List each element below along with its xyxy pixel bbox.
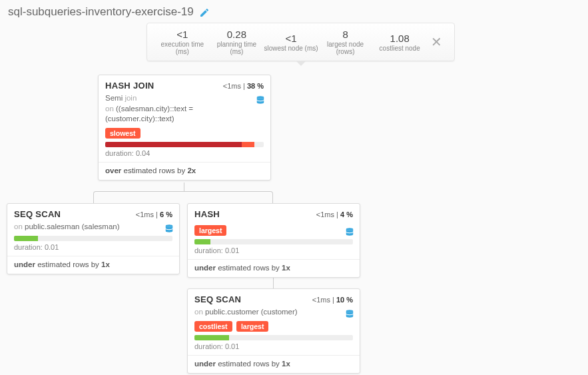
estimation-line: under estimated rows by 1x	[194, 264, 353, 272]
node-time: <1ms	[223, 82, 241, 90]
node-pct: 6 %	[160, 210, 172, 218]
node-tags: costliest largest	[194, 321, 353, 332]
node-hash-join[interactable]: HASH JOIN <1ms | 38 % Semi join on ((sal…	[98, 75, 271, 181]
stat-label: planning time (ms)	[210, 41, 264, 55]
duration-bar	[14, 236, 172, 241]
node-title: SEQ SCAN	[194, 294, 312, 304]
stat-value: 0.28	[210, 29, 264, 40]
node-pct: 38 %	[247, 82, 264, 90]
database-icon[interactable]	[345, 226, 354, 237]
database-icon[interactable]	[256, 95, 265, 105]
node-time: <1ms	[136, 210, 154, 218]
node-hash[interactable]: HASH <1ms | 4 % largest duration: 0.01 u…	[187, 203, 360, 278]
svg-point-1	[166, 224, 173, 227]
close-icon[interactable]: ✕	[427, 34, 446, 50]
stat-label: slowest node (ms)	[264, 45, 318, 52]
svg-point-2	[346, 228, 354, 230]
stat-value: <1	[264, 33, 318, 44]
bar-extra	[242, 142, 254, 147]
stat-slowest-node: <1 slowest node (ms)	[264, 33, 318, 52]
divider	[188, 355, 360, 356]
duration-bar	[194, 239, 353, 244]
edit-icon[interactable]	[199, 6, 210, 18]
tag-largest: largest	[194, 225, 226, 236]
page-header: sql-subqueries-inventory-exercise-19	[0, 0, 588, 21]
node-seq-scan-salesman[interactable]: SEQ SCAN <1ms | 6 % on public.salesman (…	[7, 203, 180, 274]
node-time: <1ms	[312, 296, 330, 304]
stat-label: costliest node	[372, 45, 427, 52]
divider	[188, 259, 360, 260]
duration-text: duration: 0.04	[105, 149, 264, 157]
stat-value: 8	[318, 29, 373, 40]
tag-costliest: costliest	[194, 321, 232, 332]
node-meta: <1ms | 6 %	[136, 210, 172, 218]
duration-text: duration: 0.01	[14, 243, 172, 251]
bar-fill	[14, 236, 38, 241]
estimation-line: over estimated rows by 2x	[105, 167, 264, 175]
stat-value: 1.08	[372, 33, 427, 44]
stat-costliest-node: 1.08 costliest node	[372, 33, 427, 52]
stat-label: execution time (ms)	[155, 41, 210, 55]
tag-slowest: slowest	[105, 128, 141, 139]
node-title: HASH	[194, 209, 316, 219]
database-icon[interactable]	[345, 308, 354, 319]
database-icon[interactable]	[164, 223, 174, 234]
divider	[7, 256, 179, 256]
node-meta: <1ms | 38 %	[223, 82, 264, 90]
stat-largest-node: 8 largest node (rows)	[318, 29, 373, 55]
bar-fill	[194, 239, 210, 244]
stat-execution-time: <1 execution time (ms)	[155, 29, 210, 55]
node-pct: 4 %	[340, 210, 353, 218]
divider	[99, 162, 270, 163]
stat-planning-time: 0.28 planning time (ms)	[210, 29, 264, 55]
bar-fill	[194, 335, 229, 340]
node-condition: on ((salesman.city)::text = (customer.ci…	[105, 104, 264, 125]
duration-text: duration: 0.01	[194, 342, 353, 350]
node-on: on public.salesman (salesman)	[14, 222, 172, 232]
connector	[93, 191, 273, 203]
node-tags: slowest	[105, 128, 264, 139]
node-meta: <1ms | 4 %	[316, 210, 353, 218]
node-on: on public.customer (customer)	[194, 307, 353, 318]
duration-bar	[105, 142, 264, 147]
node-meta: <1ms | 10 %	[312, 296, 353, 304]
tag-largest: largest	[236, 321, 268, 332]
connector	[184, 183, 184, 192]
plan-tree: HASH JOIN <1ms | 38 % Semi join on ((sal…	[0, 68, 588, 375]
bar-fill	[105, 142, 242, 147]
node-title: HASH JOIN	[105, 81, 223, 91]
node-title: SEQ SCAN	[14, 209, 136, 219]
node-seq-scan-customer[interactable]: SEQ SCAN <1ms | 10 % on public.customer …	[187, 288, 360, 374]
page-title: sql-subqueries-inventory-exercise-19	[8, 5, 194, 19]
svg-point-3	[346, 310, 354, 312]
stats-bar: <1 execution time (ms) 0.28 planning tim…	[147, 23, 455, 61]
estimation-line: under estimated rows by 1x	[14, 260, 172, 268]
estimation-line: under estimated rows by 1x	[194, 360, 353, 368]
svg-point-0	[257, 96, 264, 99]
node-tags: largest	[194, 225, 353, 236]
connector	[273, 277, 274, 289]
stat-value: <1	[155, 29, 210, 40]
node-pct: 10 %	[336, 296, 353, 304]
stat-label: largest node (rows)	[318, 41, 373, 55]
node-detail: Semi join	[105, 93, 264, 104]
node-time: <1ms	[316, 210, 334, 218]
duration-text: duration: 0.01	[194, 246, 353, 254]
duration-bar	[194, 335, 353, 340]
